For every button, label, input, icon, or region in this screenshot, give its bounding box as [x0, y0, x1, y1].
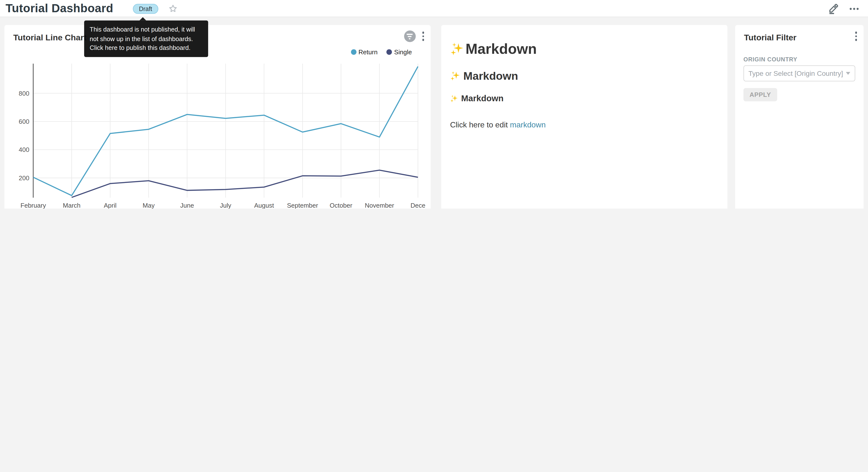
- origin-country-select[interactable]: Type or Select [Origin Country]: [744, 65, 855, 82]
- x-axis-tick: Dece: [410, 202, 426, 209]
- draft-badge[interactable]: Draft: [133, 4, 158, 14]
- line-chart-card-icons: [404, 31, 425, 42]
- chevron-down-icon: [846, 72, 850, 75]
- tooltip-arrow: [140, 17, 146, 21]
- legend-label: Return: [359, 49, 377, 55]
- x-axis-tick: June: [180, 202, 194, 209]
- markdown-h3-text: Markdown: [461, 94, 504, 104]
- publish-tooltip: This dashboard is not published, it will…: [84, 21, 208, 57]
- x-axis-tick: August: [254, 202, 274, 209]
- y-axis-tick: 800: [19, 90, 29, 97]
- kebab-menu-icon[interactable]: [854, 31, 858, 42]
- dashboard-page: Tutorial Dashboard Draft This dashboard …: [0, 0, 868, 209]
- header-actions: [827, 3, 860, 15]
- sparkles-icon: [450, 71, 461, 82]
- line-chart-title: Tutorial Line Chart: [13, 33, 86, 42]
- line-chart-plot: 200400600800FebruaryMarchAprilMayJuneJul…: [4, 57, 431, 209]
- filter-card-title: Tutorial Filter: [744, 33, 796, 42]
- legend-label: Single: [394, 49, 412, 55]
- sparkles-icon: [450, 42, 465, 56]
- chart-legend: ReturnSingle: [351, 49, 412, 55]
- top-bar: Tutorial Dashboard Draft: [0, 0, 868, 17]
- x-axis-tick: November: [365, 202, 394, 209]
- filter-indicator-icon[interactable]: [404, 31, 416, 42]
- markdown-paragraph: Click here to edit markdown: [450, 120, 719, 129]
- y-axis-tick: 400: [19, 146, 29, 153]
- edit-pencil-icon[interactable]: [827, 3, 839, 15]
- apply-button[interactable]: APPLY: [744, 88, 777, 101]
- page-title: Tutorial Dashboard: [6, 2, 113, 15]
- y-axis-tick: 200: [19, 174, 29, 182]
- markdown-h1-text: Markdown: [466, 40, 537, 57]
- sparkles-icon: [450, 94, 459, 103]
- legend-dot: [386, 49, 392, 55]
- filter-card: Tutorial Filter ORIGIN COUNTRY Type or S…: [735, 25, 864, 209]
- x-axis-tick: February: [21, 202, 46, 209]
- favorite-star-icon[interactable]: [168, 4, 178, 13]
- x-axis-tick: October: [330, 202, 352, 209]
- filter-card-icons: [854, 31, 858, 42]
- x-axis-tick: July: [220, 202, 231, 209]
- markdown-h3: Markdown: [450, 94, 719, 104]
- x-axis-tick: May: [143, 202, 155, 209]
- markdown-card: Markdown Markdown Markdown Click here to…: [441, 25, 727, 209]
- legend-item-return[interactable]: Return: [351, 49, 377, 55]
- tooltip-text: This dashboard is not published, it will…: [90, 26, 195, 51]
- markdown-paragraph-text: Click here to edit: [450, 120, 510, 129]
- x-axis-tick: September: [287, 202, 318, 209]
- line-chart-card: Tutorial Line Chart ReturnSingle 2004006…: [4, 25, 431, 209]
- origin-country-label: ORIGIN COUNTRY: [744, 56, 797, 63]
- markdown-h2-text: Markdown: [463, 70, 518, 82]
- x-axis-tick: April: [104, 202, 117, 209]
- select-placeholder: Type or Select [Origin Country]: [748, 69, 846, 77]
- more-ellipsis-icon[interactable]: [848, 3, 860, 15]
- markdown-h2: Markdown: [450, 70, 719, 82]
- x-axis-tick: March: [63, 202, 81, 209]
- legend-item-single[interactable]: Single: [386, 49, 412, 55]
- kebab-menu-icon[interactable]: [421, 31, 425, 42]
- series-line-single: [72, 170, 418, 197]
- markdown-body: Markdown Markdown Markdown Click here to…: [441, 25, 727, 129]
- markdown-edit-link[interactable]: markdown: [510, 120, 546, 129]
- legend-dot: [351, 49, 356, 55]
- markdown-h1: Markdown: [450, 40, 719, 57]
- y-axis-tick: 600: [19, 118, 29, 125]
